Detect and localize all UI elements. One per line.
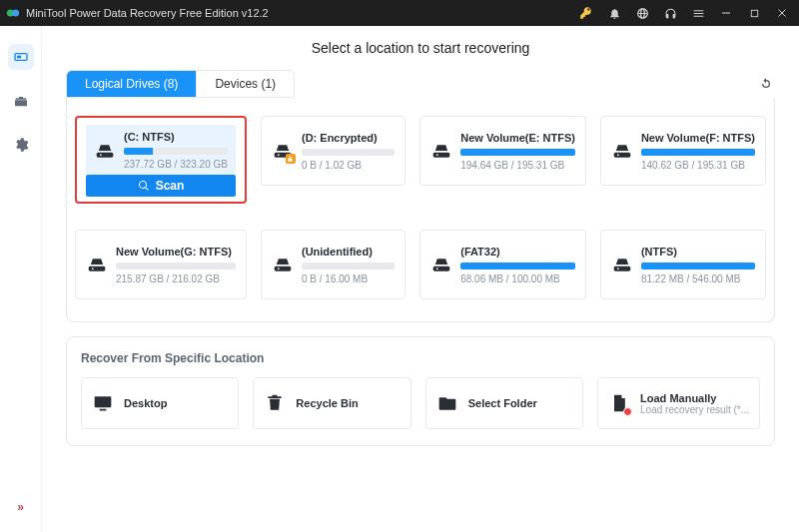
svg-rect-2 — [722, 13, 730, 14]
tab-devices[interactable]: Devices (1) — [196, 71, 294, 97]
minimize-icon[interactable] — [719, 6, 733, 20]
drive-name: New Volume(F: NTFS) — [641, 132, 755, 144]
drive-card[interactable]: (Unidentified) 0 B / 16.00 MB — [261, 230, 405, 299]
hard-drive-icon — [430, 254, 452, 275]
menu-icon[interactable] — [691, 6, 705, 20]
sidebar-item-toolbox[interactable] — [8, 88, 34, 114]
location-card[interactable]: Recycle Bin — [253, 377, 410, 429]
monitor-icon — [92, 392, 114, 414]
usage-bar — [641, 263, 755, 269]
bell-icon[interactable] — [607, 6, 621, 20]
drive-stats: 81.22 MB / 546.00 MB — [641, 273, 755, 284]
usage-bar — [302, 149, 395, 156]
sidebar-item-settings[interactable] — [8, 132, 34, 158]
hard-drive-icon — [272, 140, 294, 162]
drive-tabs: Logical Drives (8) Devices (1) — [66, 70, 295, 98]
usage-bar — [460, 263, 575, 269]
drive-card[interactable]: New Volume(F: NTFS) 140.62 GB / 195.31 G… — [600, 116, 766, 186]
location-label: Select Folder — [468, 397, 537, 409]
location-card[interactable]: Select Folder — [425, 377, 583, 429]
close-icon[interactable] — [775, 6, 789, 20]
hard-drive-icon — [430, 140, 452, 162]
drive-stats: 237.72 GB / 323.20 GB — [124, 159, 228, 170]
locations-title: Recover From Specific Location — [81, 351, 760, 365]
headphones-icon[interactable] — [663, 6, 677, 20]
drive-name: New Volume(E: NTFS) — [460, 132, 575, 144]
location-sublabel: Load recovery result (*... — [640, 404, 749, 415]
drive-card-selected[interactable]: (C: NTFS) 237.72 GB / 323.20 GB Scan — [75, 116, 247, 204]
svg-rect-3 — [751, 10, 757, 16]
drive-card[interactable]: New Volume(G: NTFS) 215.87 GB / 216.02 G… — [75, 230, 247, 299]
folder-icon — [436, 392, 458, 414]
drive-stats: 0 B / 16.00 MB — [302, 273, 395, 284]
doc-red-icon — [608, 392, 630, 414]
location-card[interactable]: Desktop — [81, 377, 239, 429]
hard-drive-icon — [94, 140, 116, 162]
globe-icon[interactable] — [635, 6, 649, 20]
drive-stats: 215.87 GB / 216.02 GB — [116, 273, 236, 284]
titlebar-actions — [579, 6, 789, 20]
location-label: Desktop — [124, 397, 167, 409]
drive-name: (D: Encrypted) — [302, 132, 395, 144]
maximize-icon[interactable] — [747, 6, 761, 20]
locations-panel: Recover From Specific Location Desktop R… — [66, 336, 775, 446]
drive-card[interactable]: (FAT32) 68.06 MB / 100.00 MB — [419, 230, 586, 299]
drive-card[interactable]: (NTFS) 81.22 MB / 546.00 MB — [600, 230, 766, 299]
hard-drive-icon — [611, 254, 633, 275]
usage-bar — [124, 148, 228, 155]
usage-bar — [116, 263, 236, 269]
hard-drive-icon — [611, 140, 633, 162]
usage-bar — [641, 149, 755, 156]
drive-stats: 194.64 GB / 195.31 GB — [460, 160, 575, 171]
drive-stats: 140.62 GB / 195.31 GB — [641, 160, 755, 171]
drive-card[interactable]: (D: Encrypted) 0 B / 1.02 GB — [261, 116, 405, 186]
page-title: Select a location to start recovering — [66, 40, 775, 56]
trash-icon — [264, 392, 286, 414]
drive-name: (FAT32) — [460, 246, 575, 258]
drive-name: (NTFS) — [641, 246, 755, 258]
app-logo-icon — [6, 6, 20, 20]
drive-stats: 0 B / 1.02 GB — [302, 160, 395, 171]
location-label: Recycle Bin — [296, 397, 358, 409]
usage-bar — [302, 263, 395, 269]
drive-name: New Volume(G: NTFS) — [116, 246, 236, 258]
lock-icon — [286, 154, 296, 164]
hard-drive-icon — [86, 254, 108, 275]
drive-stats: 68.06 MB / 100.00 MB — [460, 273, 575, 284]
scan-button[interactable]: Scan — [86, 175, 236, 197]
sidebar: » — [0, 26, 42, 532]
refresh-icon[interactable] — [757, 75, 775, 93]
tab-logical-drives[interactable]: Logical Drives (8) — [67, 71, 196, 97]
drive-name: (Unidentified) — [302, 246, 395, 258]
sidebar-expand-icon[interactable]: » — [11, 500, 31, 514]
location-label: Load Manually — [640, 392, 749, 404]
svg-point-1 — [12, 10, 19, 17]
hard-drive-icon — [272, 254, 294, 275]
drive-card[interactable]: New Volume(E: NTFS) 194.64 GB / 195.31 G… — [419, 116, 586, 186]
svg-rect-5 — [17, 56, 21, 59]
key-icon[interactable] — [579, 6, 593, 20]
drives-panel: (C: NTFS) 237.72 GB / 323.20 GB Scan (D:… — [66, 98, 775, 322]
location-card[interactable]: Load Manually Load recovery result (*... — [597, 377, 760, 429]
badge-icon — [623, 407, 632, 416]
main-content: Select a location to start recovering Lo… — [42, 26, 799, 532]
window-title: MiniTool Power Data Recovery Free Editio… — [26, 7, 269, 19]
drive-name: (C: NTFS) — [124, 131, 228, 143]
sidebar-item-recovery[interactable] — [8, 44, 34, 70]
usage-bar — [460, 149, 575, 156]
titlebar: MiniTool Power Data Recovery Free Editio… — [0, 0, 799, 26]
